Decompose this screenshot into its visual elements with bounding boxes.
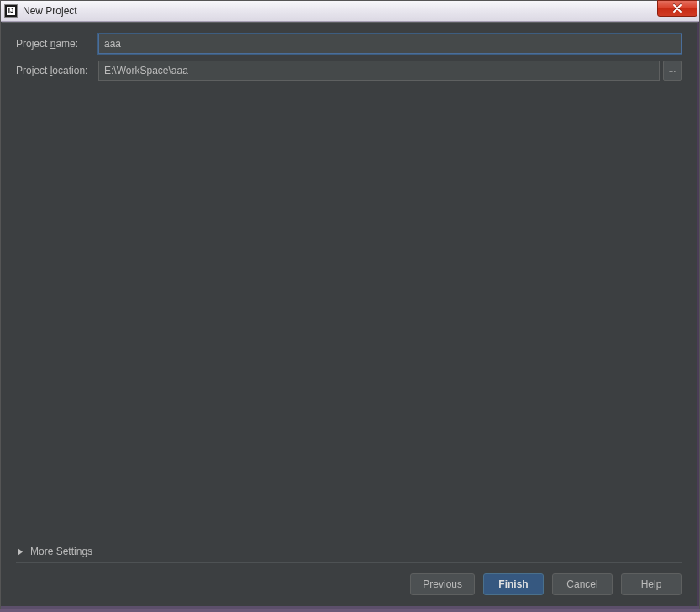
more-settings-toggle[interactable]: More Settings: [16, 541, 682, 563]
project-location-row: Project location: ...: [16, 61, 682, 81]
window-title: New Project: [23, 5, 77, 17]
help-button[interactable]: Help: [621, 573, 682, 595]
browse-location-button[interactable]: ...: [663, 61, 682, 81]
close-icon: [672, 4, 682, 13]
chevron-right-icon: [16, 547, 24, 556]
cancel-button[interactable]: Cancel: [552, 573, 613, 595]
project-name-label: Project name:: [16, 38, 98, 50]
new-project-dialog: IJ New Project Project name: Project loc…: [0, 0, 700, 609]
titlebar[interactable]: IJ New Project: [1, 1, 699, 22]
more-settings-label: More Settings: [30, 546, 92, 557]
dialog-button-row: Previous Finish Cancel Help: [16, 573, 682, 600]
project-name-row: Project name:: [16, 34, 682, 54]
spacer: [16, 87, 682, 541]
previous-button[interactable]: Previous: [410, 573, 475, 595]
finish-button[interactable]: Finish: [483, 573, 544, 595]
content-divider: [2, 22, 698, 23]
project-location-label: Project location:: [16, 65, 98, 76]
project-name-input[interactable]: [98, 34, 682, 54]
bottom-border: [1, 606, 699, 609]
dialog-content: Project name: Project location: ... More…: [1, 22, 699, 609]
app-icon: IJ: [4, 4, 18, 18]
close-button[interactable]: [657, 0, 697, 17]
project-location-input[interactable]: [98, 61, 660, 81]
